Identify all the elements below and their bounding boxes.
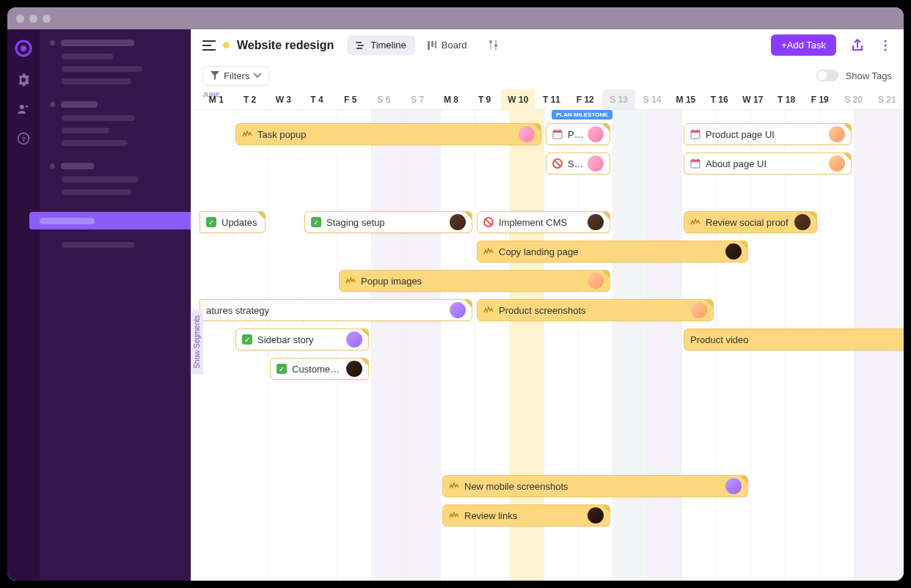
day-header: W 17 bbox=[736, 89, 770, 109]
app-logo-icon[interactable] bbox=[15, 40, 32, 57]
task-card[interactable]: Produc bbox=[546, 123, 610, 145]
svg-rect-28 bbox=[692, 158, 693, 161]
svg-point-14 bbox=[885, 40, 887, 42]
toolbar: Website redesign Timeline Board +Add Tas… bbox=[191, 29, 904, 62]
board-icon bbox=[427, 40, 437, 51]
task-label: Updates bbox=[222, 217, 259, 228]
day-header: T 4 bbox=[300, 89, 334, 109]
avatar bbox=[588, 507, 604, 523]
timeline-icon bbox=[356, 40, 366, 51]
app-window: ? bbox=[7, 7, 904, 581]
day-header: T 11 bbox=[535, 89, 568, 109]
menu-icon[interactable] bbox=[202, 40, 216, 51]
task-card[interactable]: ✓Updates bbox=[200, 211, 266, 233]
task-label: Popup images bbox=[361, 276, 582, 287]
share-icon[interactable] bbox=[851, 39, 864, 52]
svg-rect-20 bbox=[560, 129, 560, 131]
task-card[interactable]: atures strategy bbox=[200, 299, 472, 321]
task-card[interactable]: About page UI bbox=[684, 152, 852, 174]
task-card[interactable]: Review social proof bbox=[684, 211, 817, 233]
day-header: S 1436 bbox=[635, 89, 669, 109]
timeline[interactable]: JUNE M 1T 2W 3T 4F 5S 6S 735M 8T 9W 10T … bbox=[191, 89, 904, 581]
day-header: S 21 bbox=[870, 89, 904, 109]
task-card[interactable]: Social bbox=[546, 152, 610, 174]
task-label: atures strategy bbox=[206, 305, 444, 316]
task-card[interactable]: New mobile screenshots bbox=[442, 475, 748, 497]
svg-rect-29 bbox=[698, 158, 698, 161]
svg-point-2 bbox=[20, 105, 24, 109]
settings-icon[interactable] bbox=[17, 73, 30, 87]
traffic-max[interactable] bbox=[43, 15, 51, 23]
svg-rect-27 bbox=[691, 160, 700, 162]
task-label: Implement CMS bbox=[499, 217, 582, 228]
svg-rect-22 bbox=[691, 131, 700, 133]
sidebar-item-active[interactable] bbox=[29, 212, 201, 229]
day-header: T 16 bbox=[703, 89, 736, 109]
filters-button[interactable]: Filters bbox=[202, 66, 269, 86]
svg-rect-18 bbox=[553, 131, 562, 133]
task-card[interactable]: Task popup bbox=[235, 123, 541, 145]
more-icon[interactable] bbox=[879, 39, 892, 52]
task-card[interactable]: Implement CMS bbox=[477, 211, 610, 233]
svg-rect-6 bbox=[356, 42, 362, 43]
help-icon[interactable]: ? bbox=[17, 132, 30, 145]
svg-point-12 bbox=[489, 40, 492, 43]
day-header: F 12 bbox=[568, 89, 602, 109]
sidebar bbox=[40, 29, 191, 581]
day-header: F 19 bbox=[803, 89, 837, 109]
task-card[interactable]: Review links bbox=[442, 504, 610, 526]
task-label: Product video bbox=[690, 334, 904, 345]
task-card[interactable]: ✓Staging setup bbox=[304, 211, 472, 233]
avatar bbox=[588, 273, 604, 289]
svg-point-3 bbox=[26, 106, 28, 108]
add-task-button[interactable]: +Add Task bbox=[771, 34, 836, 56]
avatar bbox=[450, 214, 466, 230]
avatar bbox=[519, 126, 535, 142]
show-tags-label: Show Tags bbox=[846, 70, 892, 81]
task-label: Staging setup bbox=[326, 217, 444, 228]
task-label: About page UI bbox=[706, 158, 824, 169]
task-label: New mobile screenshots bbox=[464, 481, 720, 492]
people-icon[interactable] bbox=[17, 103, 30, 116]
day-header: W 3 bbox=[266, 89, 300, 109]
app-body: ? bbox=[7, 29, 904, 581]
task-label: Review links bbox=[464, 510, 582, 521]
task-card[interactable]: Popup images bbox=[339, 270, 610, 292]
traffic-close[interactable] bbox=[16, 15, 24, 23]
chevron-down-icon bbox=[254, 73, 261, 78]
show-tags-toggle[interactable] bbox=[816, 70, 838, 81]
task-card[interactable]: ✓Customer storie bbox=[270, 358, 369, 380]
svg-rect-24 bbox=[698, 129, 698, 131]
svg-rect-11 bbox=[435, 41, 436, 48]
task-card[interactable]: Product video bbox=[684, 328, 904, 350]
view-timeline-button[interactable]: Timeline bbox=[347, 35, 415, 55]
day-header: T 9 bbox=[468, 89, 502, 109]
day-header: S 735 bbox=[400, 89, 434, 109]
task-card[interactable]: Copy landing page bbox=[477, 240, 748, 262]
traffic-min[interactable] bbox=[29, 15, 37, 23]
main-content: Website redesign Timeline Board +Add Tas… bbox=[191, 29, 904, 581]
task-label: Product screenshots bbox=[499, 305, 686, 316]
task-card[interactable]: ✓Sidebar story bbox=[235, 328, 369, 350]
titlebar bbox=[7, 7, 904, 29]
svg-point-16 bbox=[885, 48, 887, 51]
sliders-icon[interactable] bbox=[488, 40, 500, 51]
day-header: M 15 bbox=[669, 89, 703, 109]
day-header: W 10 bbox=[501, 89, 535, 109]
day-header: S 6 bbox=[367, 89, 401, 109]
task-card[interactable]: Product page UI bbox=[684, 123, 852, 145]
task-label: Product page UI bbox=[706, 129, 824, 140]
svg-rect-8 bbox=[356, 48, 362, 49]
day-header: M 8 bbox=[434, 89, 468, 109]
svg-rect-19 bbox=[555, 129, 555, 131]
task-card[interactable]: Product screenshots bbox=[477, 299, 714, 321]
show-segments-button[interactable]: Show Segments bbox=[191, 309, 203, 375]
svg-rect-10 bbox=[431, 41, 433, 47]
avatar bbox=[829, 126, 845, 142]
secondbar: Filters Show Tags bbox=[191, 62, 904, 89]
avatar bbox=[725, 243, 742, 260]
view-board-button[interactable]: Board bbox=[418, 35, 476, 55]
day-header: S 13 bbox=[602, 89, 636, 109]
svg-rect-9 bbox=[428, 41, 430, 50]
day-header: T 2 bbox=[233, 89, 267, 109]
